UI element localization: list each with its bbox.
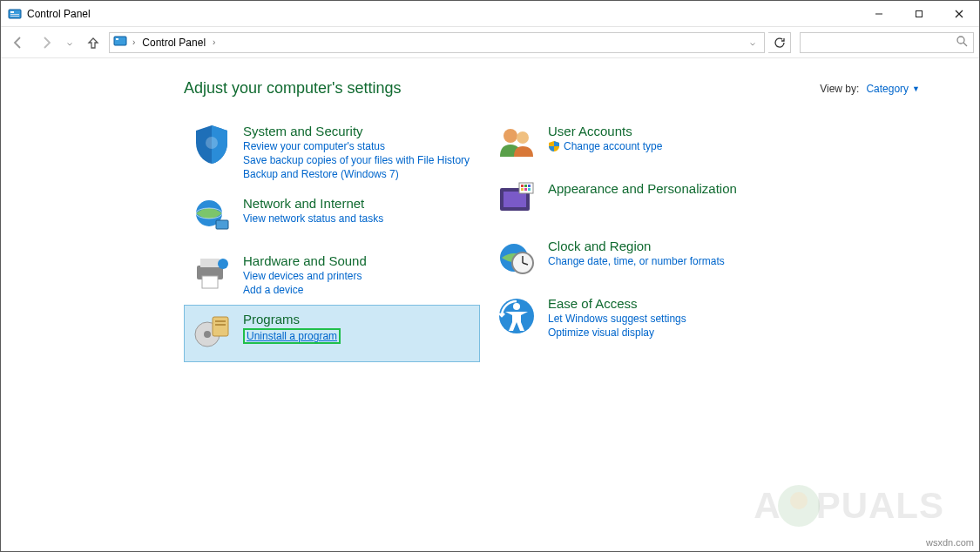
category-title[interactable]: User Accounts xyxy=(548,124,662,138)
page-heading: Adjust your computer's settings xyxy=(184,79,402,98)
address-dropdown[interactable]: ⌵ xyxy=(745,37,760,47)
titlebar: Control Panel xyxy=(1,1,979,27)
category-ease-of-access[interactable]: Ease of Access Let Windows suggest setti… xyxy=(489,289,785,347)
svg-point-25 xyxy=(504,129,517,143)
window-controls xyxy=(859,1,979,27)
link-network-status[interactable]: View network status and tasks xyxy=(243,212,383,225)
category-title[interactable]: Ease of Access xyxy=(548,296,686,311)
search-box[interactable] xyxy=(800,32,974,53)
search-icon xyxy=(956,35,968,50)
category-title[interactable]: Network and Internet xyxy=(243,196,383,211)
link-change-account-type[interactable]: Change account type xyxy=(548,140,662,152)
category-title[interactable]: Hardware and Sound xyxy=(243,253,367,268)
watermark-post: PUALS xyxy=(816,485,944,527)
link-review-status[interactable]: Review your computer's status xyxy=(243,140,470,152)
link-add-device[interactable]: Add a device xyxy=(243,284,367,296)
control-panel-address-icon xyxy=(113,34,127,50)
svg-rect-1 xyxy=(10,11,14,13)
svg-rect-17 xyxy=(200,259,220,267)
view-by-value: Category xyxy=(866,83,909,95)
link-text: Change account type xyxy=(564,140,662,152)
printer-icon xyxy=(191,253,233,295)
svg-point-41 xyxy=(513,303,520,310)
svg-rect-32 xyxy=(528,185,531,187)
svg-point-10 xyxy=(957,37,964,44)
category-system-security[interactable]: System and Security Review your computer… xyxy=(184,117,480,189)
users-icon xyxy=(496,124,537,165)
svg-line-11 xyxy=(963,43,967,46)
refresh-button[interactable] xyxy=(768,32,791,53)
link-backup-restore[interactable]: Backup and Restore (Windows 7) xyxy=(243,168,470,180)
svg-point-12 xyxy=(206,137,218,149)
svg-rect-22 xyxy=(213,317,228,336)
svg-rect-35 xyxy=(528,188,531,191)
link-optimize-display[interactable]: Optimize visual display xyxy=(548,326,686,339)
watermark: A PUALS xyxy=(754,485,944,527)
programs-icon xyxy=(191,312,233,353)
chevron-right-icon[interactable]: › xyxy=(211,37,217,47)
address-bar[interactable]: › Control Panel › ⌵ xyxy=(109,32,765,53)
link-date-time-formats[interactable]: Change date, time, or number formats xyxy=(548,255,725,267)
appearance-icon xyxy=(496,181,537,223)
chevron-down-icon: ▼ xyxy=(912,84,920,93)
link-file-history[interactable]: Save backup copies of your files with Fi… xyxy=(243,154,470,166)
shield-icon xyxy=(191,124,233,165)
watermark-pre: A xyxy=(754,485,781,527)
globe-icon xyxy=(191,196,233,238)
category-title[interactable]: Clock and Region xyxy=(548,239,725,253)
svg-rect-33 xyxy=(521,188,524,191)
breadcrumb-root[interactable]: Control Panel xyxy=(140,37,207,49)
credit-text: wsxdn.com xyxy=(926,537,974,548)
svg-point-19 xyxy=(218,259,228,269)
category-hardware-sound[interactable]: Hardware and Sound View devices and prin… xyxy=(184,246,480,305)
svg-point-21 xyxy=(204,331,211,338)
svg-rect-18 xyxy=(202,276,218,288)
uac-shield-icon xyxy=(548,140,560,152)
svg-rect-5 xyxy=(916,10,923,17)
category-column-right: User Accounts Change account type Appear… xyxy=(489,117,785,362)
svg-rect-24 xyxy=(215,324,226,326)
category-title[interactable]: Appearance and Personalization xyxy=(548,181,737,196)
minimize-button[interactable] xyxy=(859,1,899,27)
clock-icon xyxy=(496,239,537,280)
svg-rect-2 xyxy=(10,14,19,15)
svg-point-26 xyxy=(517,131,529,144)
svg-rect-15 xyxy=(216,220,228,229)
svg-rect-8 xyxy=(114,37,126,45)
svg-rect-30 xyxy=(521,185,524,187)
recent-locations-dropdown[interactable]: ⌵ xyxy=(62,37,78,47)
category-title[interactable]: Programs xyxy=(243,312,341,326)
content-area: Adjust your computer's settings View by:… xyxy=(1,58,979,362)
chevron-right-icon[interactable]: › xyxy=(131,37,137,47)
maximize-button[interactable] xyxy=(899,1,939,27)
view-by: View by: Category ▼ xyxy=(820,83,920,95)
svg-rect-31 xyxy=(524,185,527,187)
category-appearance[interactable]: Appearance and Personalization xyxy=(489,174,785,232)
close-button[interactable] xyxy=(939,1,979,27)
ease-of-access-icon xyxy=(496,296,537,338)
link-devices-printers[interactable]: View devices and printers xyxy=(243,270,367,282)
svg-rect-3 xyxy=(10,16,19,17)
category-network-internet[interactable]: Network and Internet View network status… xyxy=(184,189,480,246)
category-clock-region[interactable]: Clock and Region Change date, time, or n… xyxy=(489,232,785,289)
view-by-label: View by: xyxy=(820,83,859,95)
back-button[interactable] xyxy=(6,30,30,55)
svg-rect-34 xyxy=(524,188,527,191)
link-windows-suggest[interactable]: Let Windows suggest settings xyxy=(548,313,686,325)
svg-rect-9 xyxy=(116,38,118,40)
category-programs[interactable]: Programs Uninstall a program xyxy=(184,305,480,362)
svg-rect-23 xyxy=(215,320,226,322)
control-panel-app-icon xyxy=(8,7,22,21)
forward-button[interactable] xyxy=(34,30,58,55)
category-title[interactable]: System and Security xyxy=(243,124,470,138)
up-button[interactable] xyxy=(81,30,105,55)
category-user-accounts[interactable]: User Accounts Change account type xyxy=(489,117,785,174)
view-by-dropdown[interactable]: Category ▼ xyxy=(866,83,920,95)
svg-rect-28 xyxy=(504,192,526,207)
watermark-logo-icon xyxy=(778,485,820,527)
category-column-left: System and Security Review your computer… xyxy=(184,117,480,362)
window-title: Control Panel xyxy=(27,8,91,20)
link-uninstall-program[interactable]: Uninstall a program xyxy=(243,328,341,344)
navigation-bar: ⌵ › Control Panel › ⌵ xyxy=(1,27,979,58)
